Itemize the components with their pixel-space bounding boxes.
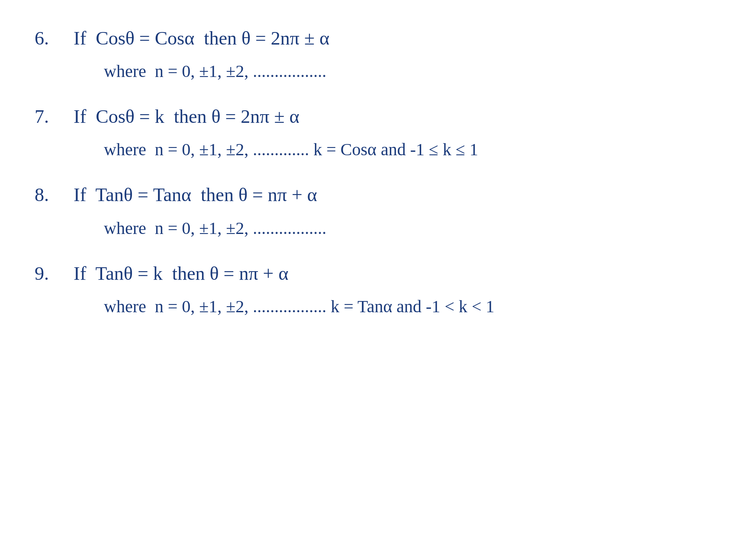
item-8-statement: If Tanθ = Tanα then θ = nπ + α: [74, 183, 317, 207]
item-6-where: where n = 0, ±1, ±2, .................: [35, 59, 721, 83]
main-content: 6. If Cosθ = Cosα then θ = 2nπ ± α where…: [35, 26, 721, 332]
item-9-number: 9.: [35, 263, 74, 285]
item-9-where: where n = 0, ±1, ±2, ................. k…: [35, 295, 721, 319]
item-8-row: 8. If Tanθ = Tanα then θ = nπ + α: [35, 183, 721, 207]
item-7-where: where n = 0, ±1, ±2, ............. k = C…: [35, 138, 721, 162]
item-8-where: where n = 0, ±1, ±2, .................: [35, 216, 721, 240]
item-6: 6. If Cosθ = Cosα then θ = 2nπ ± α where…: [35, 26, 721, 96]
item-8: 8. If Tanθ = Tanα then θ = nπ + α where …: [35, 183, 721, 253]
item-6-row: 6. If Cosθ = Cosα then θ = 2nπ ± α: [35, 26, 721, 51]
item-7-statement: If Cosθ = k then θ = 2nπ ± α: [74, 104, 299, 129]
item-9-statement: If Tanθ = k then θ = nπ + α: [74, 261, 288, 286]
item-9: 9. If Tanθ = k then θ = nπ + α where n =…: [35, 261, 721, 332]
item-6-statement: If Cosθ = Cosα then θ = 2nπ ± α: [74, 26, 329, 51]
item-7: 7. If Cosθ = k then θ = 2nπ ± α where n …: [35, 104, 721, 175]
item-8-number: 8.: [35, 184, 74, 206]
item-7-row: 7. If Cosθ = k then θ = 2nπ ± α: [35, 104, 721, 129]
item-6-number: 6.: [35, 27, 74, 49]
item-9-row: 9. If Tanθ = k then θ = nπ + α: [35, 261, 721, 286]
item-7-number: 7.: [35, 106, 74, 128]
